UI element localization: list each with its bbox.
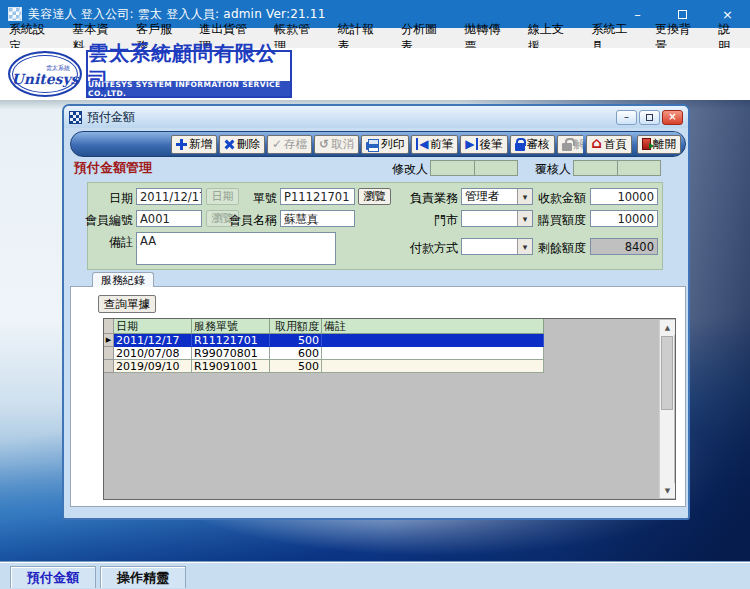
toolbar-right-buttons: ⌂首頁 離開 [583,132,681,156]
remaining-quota-input: 8400 [590,238,658,255]
taskbar-tab-operation-wizard[interactable]: 操作精靈 [100,566,186,588]
remaining-quota-label: 剩餘額度 [538,240,586,257]
grid-table: 日期 服務單號 取用額度 備註 ▶ 2011/12/17 R11121701 5… [104,319,544,373]
close-icon: × [722,7,733,22]
member-id-label: 會員編號 [85,212,133,229]
tab-service-records[interactable]: 服務紀錄 [92,272,154,287]
received-amount-label: 收款金額 [538,190,586,207]
close-icon: × [668,112,676,122]
service-records-grid: 日期 服務單號 取用額度 備註 ▶ 2011/12/17 R11121701 5… [103,318,676,500]
prepaid-close-button[interactable]: × [662,110,683,125]
reviewer-label: 覆核人 [535,161,571,178]
prepaid-amount-window: 預付金額 – × 新增 刪除 ✓存檔 ↺取消 列印 ◀前筆 ▶後筆 審核 解鎖 … [62,104,690,520]
audit-button[interactable]: 審核 [510,135,555,154]
home-button[interactable]: ⌂首頁 [586,135,632,154]
received-amount-input[interactable]: 10000 [590,188,658,205]
order-no-input[interactable]: P11121701 [280,188,355,205]
column-header-date: 日期 [114,319,192,334]
plus-icon [176,139,187,150]
print-button[interactable]: 列印 [361,135,409,154]
order-browse-button[interactable]: 瀏覽 [358,188,391,205]
prepaid-window-controls: – × [616,110,683,125]
toolbar: 新增 刪除 ✓存檔 ↺取消 列印 ◀前筆 ▶後筆 審核 解鎖 ⌂首頁 離開 [70,131,686,157]
modifier-label: 修改人 [392,161,428,178]
date-input[interactable]: 2011/12/17 [136,188,202,205]
modifier-field [430,160,518,176]
scrollbar-thumb[interactable] [661,336,673,410]
sales-rep-label: 負責業務 [398,190,458,207]
column-header-service-no: 服務單號 [192,319,270,334]
unlock-icon [562,143,572,151]
section-header-row: 預付金額管理 修改人 覆核人 [64,159,688,177]
next-icon: ▶ [465,138,477,150]
row-selector-header [104,319,114,334]
company-name-en: UNITESYS SYSTEM INFORMATION SERVICE CO.,… [88,81,290,96]
reviewer-field [573,160,661,176]
dropdown-arrow-icon[interactable]: ▾ [517,211,532,226]
printer-icon [366,142,379,150]
restore-icon [646,114,653,121]
next-record-button[interactable]: ▶後筆 [460,135,507,154]
minimize-icon: – [624,112,629,122]
home-icon: ⌂ [591,136,602,151]
column-header-note: 備註 [322,319,544,334]
dropdown-arrow-icon[interactable]: ▾ [517,239,532,254]
note-label: 備註 [88,234,133,251]
lock-icon [515,143,525,151]
note-textarea[interactable]: AA [136,232,336,265]
scroll-up-icon[interactable]: ▲ [660,320,675,335]
delete-button[interactable]: 刪除 [219,135,265,154]
bottom-taskbar: 預付金額 操作精靈 [0,561,750,589]
taskbar-tab-prepaid-amount[interactable]: 預付金額 [10,566,96,588]
member-name-input[interactable]: 蘇慧真 [280,210,355,227]
payment-method-label: 付款方式 [398,240,458,257]
x-icon [224,139,235,150]
save-button: ✓存檔 [267,135,312,154]
store-label: 門市 [410,212,458,229]
table-row[interactable]: 2019/09/10 R19091001 500 [104,360,544,373]
member-id-input[interactable]: A001 [136,210,202,227]
cancel-button: ↺取消 [314,135,359,154]
prepaid-form-panel: 日期 2011/12/17 日期 單號 P11121701 瀏覽 負責業務 管理… [87,182,663,270]
previous-record-button[interactable]: ◀前筆 [411,135,458,154]
vertical-scrollbar[interactable]: ▲ ▼ [659,320,674,498]
page-title: 預付金額管理 [74,159,152,177]
scroll-down-icon[interactable]: ▼ [660,483,675,498]
query-receipts-button[interactable]: 查詢單據 [98,295,156,313]
exit-door-icon [642,138,651,150]
payment-method-select[interactable]: ▾ [461,238,533,255]
row-pointer-icon: ▶ [104,334,114,347]
prepaid-minimize-button[interactable]: – [616,110,637,125]
new-button[interactable]: 新增 [171,135,217,154]
prepaid-window-title: 預付金額 [87,109,135,126]
unitesys-logo: 雲太系統 Unitesys [8,51,82,97]
column-header-used-amount: 取用額度 [270,319,322,334]
purchase-quota-input[interactable]: 10000 [590,210,658,227]
maximize-icon [678,10,687,19]
minimize-icon: – [634,7,641,22]
member-name-label: 會員名稱 [229,212,277,229]
undo-icon: ↺ [319,138,329,150]
service-records-page: 查詢單據 日期 服務單號 取用額度 備註 ▶ 2011/12/17 R11121… [70,286,686,507]
prepaid-window-icon [69,111,82,124]
app-icon [8,7,22,21]
sales-rep-select[interactable]: 管理者▾ [461,188,533,205]
previous-icon: ◀ [416,138,428,150]
toolbar-buttons: 新增 刪除 ✓存檔 ↺取消 列印 ◀前筆 ▶後筆 審核 解鎖 [71,132,602,156]
window-title: 美容達人 登入公司: 雲太 登入人員: admin Ver:21.11 [28,6,326,23]
company-banner: 雲太系統顧問有限公司 UNITESYS SYSTEM INFORMATION S… [86,50,292,98]
company-name-zh: 雲太系統顧問有限公司 [88,52,290,81]
table-row[interactable]: ▶ 2011/12/17 R11121701 500 [104,334,544,347]
prepaid-window-titlebar: 預付金額 – × [64,106,688,128]
order-no-label: 單號 [230,190,277,207]
table-row[interactable]: 2010/07/08 R99070801 600 [104,347,544,360]
dropdown-arrow-icon[interactable]: ▾ [517,189,532,204]
screen: 美容達人 登入公司: 雲太 登入人員: admin Ver:21.11 – × … [0,0,750,589]
check-icon: ✓ [272,138,282,150]
logo-text: Unitesys [12,73,79,85]
prepaid-restore-button[interactable] [639,110,660,125]
leave-button[interactable]: 離開 [637,135,681,154]
purchase-quota-label: 購買額度 [538,212,586,229]
grid-header-row: 日期 服務單號 取用額度 備註 [104,319,544,334]
store-select[interactable]: ▾ [461,210,533,227]
